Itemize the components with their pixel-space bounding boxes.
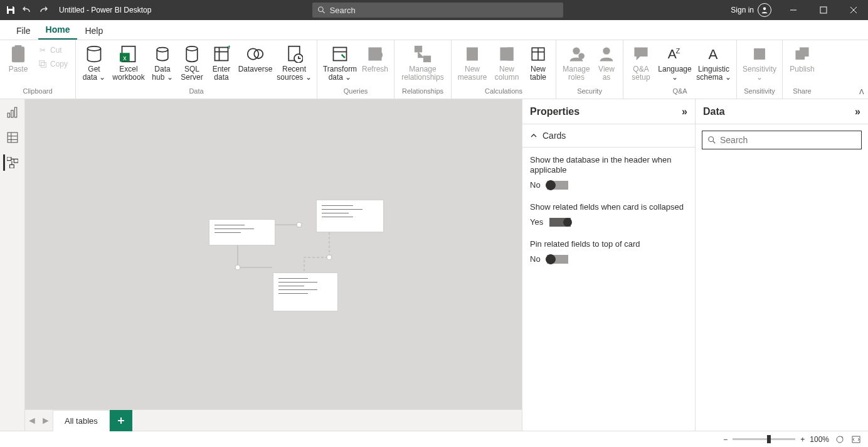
toggle-show-db-header[interactable] [547, 181, 568, 190]
minimize-button[interactable] [779, 0, 808, 20]
copy-button[interactable]: Copy [35, 58, 70, 70]
group-label-qa: Q&A [628, 87, 731, 97]
window-title: Untitled - Power BI Desktop [54, 6, 151, 14]
account-icon [758, 3, 771, 17]
group-label-sensitivity: Sensitivity [742, 87, 777, 97]
dataverse-button[interactable]: Dataverse [238, 43, 273, 73]
ribbon-tabs: File Home Help [0, 20, 868, 40]
new-column-button[interactable]: New column [492, 43, 522, 82]
new-column-icon [497, 44, 517, 64]
toggle-show-related[interactable] [549, 218, 571, 227]
transform-data-button[interactable]: Transform data ⌄ [322, 43, 357, 82]
zoom-out-button[interactable]: − [723, 435, 728, 444]
dataverse-icon [245, 44, 265, 64]
toggle-pin-related[interactable] [547, 255, 568, 264]
svg-point-2 [763, 8, 766, 11]
publish-button[interactable]: Publish [788, 43, 817, 73]
enter-data-button[interactable]: +Enter data [209, 43, 234, 82]
tab-file[interactable]: File [9, 22, 38, 40]
fit-to-page-button[interactable] [834, 434, 845, 445]
model-view-button[interactable] [3, 154, 19, 171]
global-search-input[interactable] [330, 6, 559, 15]
collapse-ribbon-button[interactable]: ᐱ [859, 88, 864, 96]
group-calculations: New measure New column New table Calcula… [452, 40, 556, 99]
svg-rect-46 [8, 113, 9, 117]
manage-relationships-icon [413, 44, 433, 64]
svg-point-11 [88, 46, 101, 51]
svg-point-58 [327, 255, 332, 260]
close-button[interactable] [839, 0, 868, 20]
qa-setup-icon [631, 44, 651, 64]
status-bar: − + 100% [0, 431, 868, 447]
get-data-icon [84, 44, 104, 64]
group-data: Get data ⌄ xExcel workbook Data hub ⌄ SQ… [76, 40, 317, 99]
model-canvas[interactable] [25, 99, 522, 409]
manage-roles-icon [566, 44, 586, 64]
group-label-relationships: Relationships [400, 87, 446, 97]
svg-rect-33 [508, 48, 513, 60]
page-prev-button[interactable]: ◄ [25, 414, 39, 428]
language-icon: AZ [665, 44, 685, 64]
collapse-properties-button[interactable]: » [682, 106, 687, 117]
language-button[interactable]: AZLanguage⌄ [657, 43, 692, 82]
recent-sources-button[interactable]: Recent sources ⌄ [277, 43, 312, 82]
data-pane-title: Data [703, 106, 725, 117]
svg-point-39 [603, 48, 610, 54]
data-hub-button[interactable]: Data hub ⌄ [150, 43, 175, 82]
zoom-slider[interactable] [733, 438, 795, 440]
table-card[interactable] [273, 272, 338, 311]
publish-icon [792, 44, 812, 64]
paste-icon [8, 44, 28, 64]
cut-button[interactable]: ✂Cut [35, 44, 70, 57]
svg-point-63 [837, 436, 843, 443]
tab-home[interactable]: Home [38, 21, 78, 40]
svg-rect-53 [7, 157, 11, 161]
sign-in-button[interactable]: Sign in [724, 3, 778, 17]
svg-point-0 [319, 7, 323, 11]
zoom-in-button[interactable]: + [800, 435, 805, 444]
global-search[interactable] [312, 3, 563, 18]
enter-data-icon: + [211, 44, 231, 64]
view-as-button[interactable]: View as [595, 43, 618, 82]
group-label-security: Security [561, 87, 618, 97]
tab-help[interactable]: Help [77, 22, 110, 40]
properties-pane: Properties » Cards Show the database in … [522, 99, 696, 431]
prop-show-related-value: Yes [530, 217, 543, 227]
new-measure-button[interactable]: New measure [457, 43, 488, 82]
get-data-button[interactable]: Get data ⌄ [81, 43, 107, 82]
qa-setup-button[interactable]: Q&A setup [628, 43, 654, 82]
new-table-button[interactable]: New table [526, 43, 551, 82]
excel-workbook-button[interactable]: xExcel workbook [111, 43, 146, 82]
data-search-input[interactable] [720, 135, 856, 145]
table-card[interactable] [316, 200, 384, 232]
zoom-level: 100% [810, 435, 829, 444]
collapse-data-button[interactable]: » [855, 106, 860, 117]
ribbon: Paste ✂Cut Copy Clipboard Get data ⌄ xEx… [0, 40, 868, 99]
fit-to-window-button[interactable] [850, 434, 862, 445]
undo-icon[interactable] [21, 4, 33, 16]
paste-button[interactable]: Paste [5, 43, 31, 73]
page-next-button[interactable]: ► [39, 414, 53, 428]
svg-rect-31 [469, 50, 475, 53]
data-hub-icon [152, 44, 172, 64]
linguistic-schema-button[interactable]: ALinguistic schema ⌄ [696, 43, 731, 82]
section-cards[interactable]: Cards [522, 124, 695, 148]
group-security: Manage roles View as Security [556, 40, 623, 99]
sql-server-button[interactable]: SQL Server [179, 43, 205, 82]
svg-rect-55 [9, 164, 14, 168]
save-icon[interactable] [5, 4, 16, 16]
table-card[interactable] [209, 219, 275, 245]
data-search[interactable] [702, 131, 862, 149]
svg-point-16 [186, 46, 198, 51]
refresh-button[interactable]: Refresh [361, 43, 389, 73]
data-view-button[interactable] [4, 129, 21, 146]
new-table-icon [528, 44, 548, 64]
sensitivity-button[interactable]: Sensitivity⌄ [742, 43, 777, 82]
manage-relationships-button[interactable]: Manage relationships [400, 43, 446, 82]
report-view-button[interactable] [4, 104, 21, 121]
redo-icon[interactable] [38, 4, 49, 16]
svg-rect-29 [424, 57, 431, 62]
manage-roles-button[interactable]: Manage roles [561, 43, 591, 82]
maximize-button[interactable] [809, 0, 838, 20]
new-measure-icon [462, 44, 482, 64]
